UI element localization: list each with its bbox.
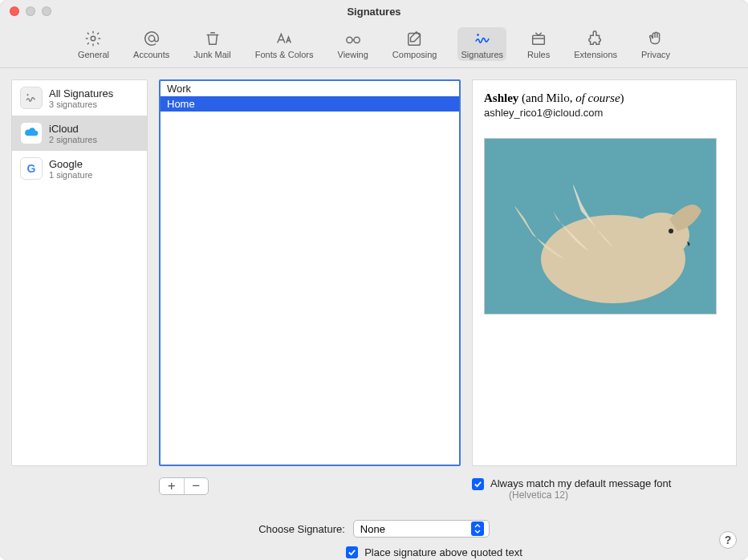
below-row: + − Always match my default message font… xyxy=(0,477,748,501)
preview-name-prefix: (and Milo, xyxy=(518,91,575,104)
toolbar-label: Viewing xyxy=(338,50,368,59)
titlebar: Signatures xyxy=(0,0,748,22)
place-above-row: Place signature above quoted text xyxy=(346,546,522,558)
compose-icon xyxy=(404,29,426,48)
toolbar-composing[interactable]: Composing xyxy=(389,27,441,61)
choose-signature-label: Choose Signature: xyxy=(258,523,345,535)
toolbar-label: Privacy xyxy=(641,50,670,59)
dropdown-arrows-icon xyxy=(471,521,484,536)
check-icon xyxy=(348,548,356,557)
preview-name-italic: of course xyxy=(575,91,620,104)
preview-image xyxy=(484,138,717,314)
svg-point-9 xyxy=(669,229,673,233)
toolbar-extensions[interactable]: Extensions xyxy=(571,27,620,61)
svg-point-3 xyxy=(354,37,360,43)
icloud-icon xyxy=(20,122,43,144)
signature-row-home[interactable]: Home xyxy=(161,96,459,112)
dropdown-value: None xyxy=(360,523,385,535)
account-all-signatures[interactable]: All Signatures 3 signatures xyxy=(12,80,147,116)
toolbar-label: General xyxy=(78,50,109,59)
account-title: All Signatures xyxy=(49,87,113,99)
add-remove-control: + − xyxy=(159,477,209,495)
preview-email: ashley_rico1@icloud.com xyxy=(484,107,725,119)
toolbar: General Accounts Junk Mail Fonts & Color… xyxy=(0,22,748,68)
match-font-block: Always match my default message font (He… xyxy=(472,477,737,501)
match-font-sub: (Helvetica 12) xyxy=(509,489,671,501)
preferences-window: Signatures General Accounts Junk Mail Fo… xyxy=(0,0,748,560)
help-button[interactable]: ? xyxy=(719,531,737,549)
svg-rect-5 xyxy=(533,35,545,44)
toolbar-label: Rules xyxy=(527,50,550,59)
toolbar-label: Composing xyxy=(392,50,437,59)
toolbar-general[interactable]: General xyxy=(75,27,112,61)
window-title: Signatures xyxy=(0,6,748,18)
preview-name-suffix: ) xyxy=(620,91,624,104)
bottom-controls: Choose Signature: None Place signature a… xyxy=(0,501,748,558)
account-title: Google xyxy=(49,158,92,170)
place-above-checkbox[interactable] xyxy=(346,546,358,558)
choose-signature-row: Choose Signature: None xyxy=(258,520,490,538)
toolbar-rules[interactable]: Rules xyxy=(524,27,553,61)
preview-name-bold: Ashley xyxy=(484,91,518,104)
toolbar-accounts[interactable]: Accounts xyxy=(130,27,173,61)
account-subtitle: 3 signatures xyxy=(49,99,113,109)
remove-signature-button[interactable]: − xyxy=(185,478,209,494)
signature-list[interactable]: Work Home xyxy=(159,79,461,466)
toolbar-label: Accounts xyxy=(133,50,169,59)
signature-list-column: Work Home xyxy=(159,79,461,466)
toolbar-label: Extensions xyxy=(574,50,617,59)
signature-preview[interactable]: Ashley (and Milo, of course) ashley_rico… xyxy=(472,79,737,466)
toolbar-label: Fonts & Colors xyxy=(255,50,314,59)
check-icon xyxy=(474,480,482,489)
signature-row-work[interactable]: Work xyxy=(161,81,459,96)
toolbar-privacy[interactable]: Privacy xyxy=(638,27,673,61)
account-icloud[interactable]: iCloud 2 signatures xyxy=(12,116,147,151)
add-signature-button[interactable]: + xyxy=(160,478,185,494)
place-above-label: Place signature above quoted text xyxy=(364,546,522,558)
glasses-icon xyxy=(342,29,364,48)
match-font-checkbox[interactable] xyxy=(472,478,484,490)
signature-badge-icon xyxy=(20,87,43,109)
preview-column: Ashley (and Milo, of course) ashley_rico… xyxy=(472,79,737,466)
account-subtitle: 1 signature xyxy=(49,170,92,180)
gear-icon xyxy=(82,29,104,48)
match-font-label: Always match my default message font xyxy=(490,477,671,489)
toolbar-fonts[interactable]: Fonts & Colors xyxy=(252,27,317,61)
signature-icon xyxy=(471,29,494,48)
trash-icon xyxy=(201,29,224,48)
accounts-list[interactable]: All Signatures 3 signatures iCloud 2 sig… xyxy=(11,79,148,466)
google-icon: G xyxy=(20,157,43,180)
preview-name: Ashley (and Milo, of course) xyxy=(484,91,725,105)
toolbar-signatures[interactable]: Signatures xyxy=(457,27,506,61)
rules-icon xyxy=(527,29,550,48)
content-area: All Signatures 3 signatures iCloud 2 sig… xyxy=(0,68,748,477)
toolbar-viewing[interactable]: Viewing xyxy=(335,27,372,61)
toolbar-label: Signatures xyxy=(461,50,503,59)
fonts-icon xyxy=(273,29,295,48)
toolbar-label: Junk Mail xyxy=(193,50,230,59)
account-google[interactable]: G Google 1 signature xyxy=(12,151,147,186)
svg-point-0 xyxy=(91,36,96,41)
toolbar-junkmail[interactable]: Junk Mail xyxy=(190,27,234,61)
hand-icon xyxy=(644,29,667,48)
svg-point-2 xyxy=(346,37,352,43)
account-title: iCloud xyxy=(49,123,97,135)
choose-signature-dropdown[interactable]: None xyxy=(353,520,490,538)
svg-point-1 xyxy=(148,35,154,41)
account-subtitle: 2 signatures xyxy=(49,135,97,144)
at-icon xyxy=(140,29,163,48)
puzzle-icon xyxy=(584,29,607,48)
